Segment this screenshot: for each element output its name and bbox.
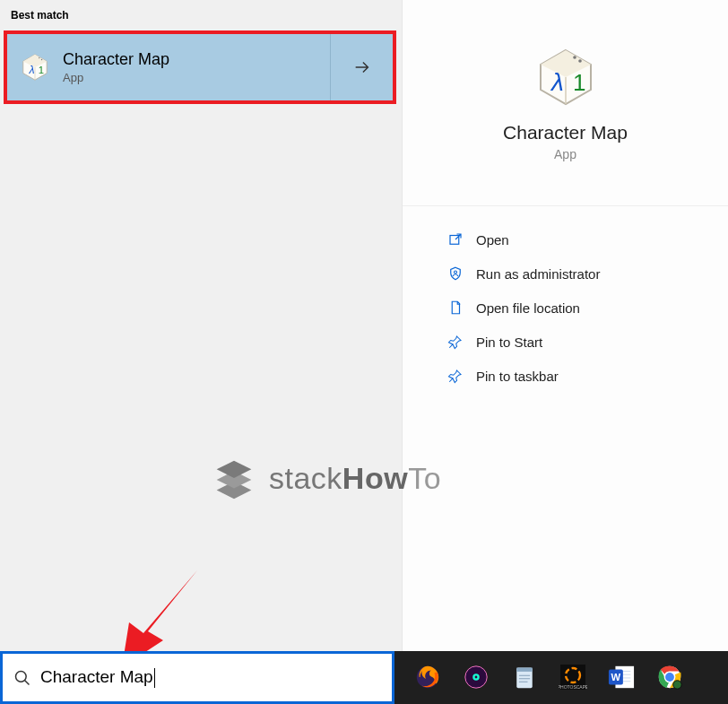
text-caret xyxy=(154,668,155,688)
svg-marker-18 xyxy=(217,461,252,478)
highlight-annotation xyxy=(4,30,396,104)
wm-part3: To xyxy=(408,461,441,495)
taskbar-app-chrome[interactable] xyxy=(647,656,692,700)
svg-point-45 xyxy=(673,680,681,688)
action-pin-to-start[interactable]: Pin to Start xyxy=(403,325,728,359)
stack-icon xyxy=(208,452,260,504)
wm-part1: stack xyxy=(269,461,342,495)
action-label: Pin to taskbar xyxy=(476,369,559,384)
file-location-icon xyxy=(447,300,464,316)
action-label: Pin to Start xyxy=(476,335,542,350)
search-icon xyxy=(13,669,31,687)
taskbar-app-photoscape[interactable]: PHOTOSCAPE xyxy=(550,656,595,700)
action-label: Open xyxy=(476,232,509,248)
watermark-logo: stackHowTo xyxy=(208,452,441,504)
shield-icon xyxy=(447,265,464,282)
svg-text:W: W xyxy=(611,671,621,682)
taskbar-app-notepad[interactable] xyxy=(502,656,547,700)
svg-point-20 xyxy=(16,671,27,682)
action-open[interactable]: Open xyxy=(403,222,728,256)
svg-point-13 xyxy=(573,56,576,59)
search-results-panel: Best match λ 1 Character Map App xyxy=(0,0,402,651)
detail-title: Character Map xyxy=(503,122,628,143)
action-list: Open Run as administrator Open file loca… xyxy=(403,206,728,393)
taskbar-tray: PHOTOSCAPE W xyxy=(394,651,728,704)
action-run-as-admin[interactable]: Run as administrator xyxy=(403,256,728,291)
pin-icon xyxy=(447,334,464,350)
pin-icon xyxy=(447,368,464,384)
action-pin-to-taskbar[interactable]: Pin to taskbar xyxy=(403,359,728,393)
svg-point-15 xyxy=(455,271,457,274)
open-icon xyxy=(447,231,464,248)
svg-point-12 xyxy=(578,59,582,63)
details-panel: λ 1 Character Map App Open Run as admini… xyxy=(402,0,728,651)
action-label: Run as administrator xyxy=(476,266,600,282)
svg-text:PHOTOSCAPE: PHOTOSCAPE xyxy=(559,684,587,690)
taskbar-app-media[interactable] xyxy=(454,656,498,700)
search-input-text: Character Map xyxy=(40,667,155,688)
details-header: λ 1 Character Map App xyxy=(403,0,728,206)
svg-rect-28 xyxy=(516,667,533,671)
action-open-file-location[interactable]: Open file location xyxy=(403,291,728,325)
best-match-label: Best match xyxy=(0,0,402,22)
svg-text:λ: λ xyxy=(550,68,564,96)
taskbar-app-word[interactable]: W xyxy=(599,656,644,700)
charmap-icon-large: λ 1 xyxy=(533,45,598,109)
wm-part2: How xyxy=(342,461,408,495)
taskbar: Character Map PHOTOSCAPE W xyxy=(0,651,728,704)
search-box[interactable]: Character Map xyxy=(0,651,394,704)
taskbar-app-firefox[interactable] xyxy=(405,656,450,700)
svg-point-26 xyxy=(475,675,478,678)
svg-text:1: 1 xyxy=(573,69,585,96)
svg-line-21 xyxy=(25,680,30,684)
action-label: Open file location xyxy=(476,300,580,316)
detail-subtitle: App xyxy=(554,147,576,161)
